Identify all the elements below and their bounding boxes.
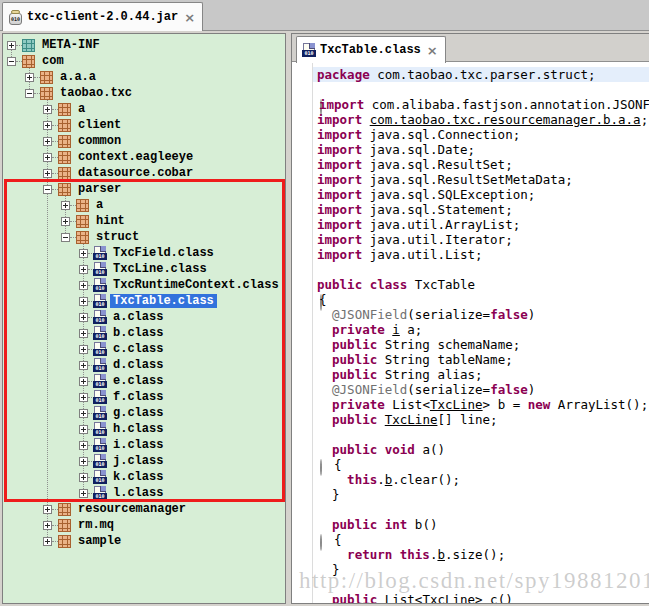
- code-link[interactable]: i: [392, 322, 400, 337]
- tree-row[interactable]: client: [4, 117, 284, 133]
- expand-plus-icon[interactable]: [43, 505, 52, 514]
- tree-row[interactable]: a.class: [4, 309, 284, 325]
- tree-row[interactable]: f.class: [4, 389, 284, 405]
- tree-row[interactable]: TxcRuntimeContext.class: [4, 277, 284, 293]
- tree-row[interactable]: a.a.a: [4, 69, 284, 85]
- tree-row[interactable]: e.class: [4, 373, 284, 389]
- tree-row[interactable]: parser: [4, 181, 284, 197]
- expand-plus-icon[interactable]: [79, 409, 88, 418]
- tree-row[interactable]: h.class: [4, 421, 284, 437]
- tree-row[interactable]: sample: [4, 533, 284, 549]
- tree-item-label[interactable]: a: [75, 102, 88, 116]
- tree-row[interactable]: datasource.cobar: [4, 165, 284, 181]
- tree-row[interactable]: struct: [4, 229, 284, 245]
- tree-row[interactable]: TxcField.class: [4, 245, 284, 261]
- expand-plus-icon[interactable]: [79, 441, 88, 450]
- expand-plus-icon[interactable]: [43, 153, 52, 162]
- tree-item-label[interactable]: com: [39, 54, 67, 68]
- expand-plus-icon[interactable]: [79, 249, 88, 258]
- tree-item-label[interactable]: common: [75, 134, 124, 148]
- expand-plus-icon[interactable]: [25, 73, 34, 82]
- tree-item-label[interactable]: l.class: [110, 486, 166, 500]
- expand-plus-icon[interactable]: [79, 457, 88, 466]
- expand-plus-icon[interactable]: [79, 281, 88, 290]
- expand-plus-icon[interactable]: [79, 425, 88, 434]
- expand-plus-icon[interactable]: [43, 169, 52, 178]
- collapse-minus-icon[interactable]: [61, 233, 70, 242]
- expand-plus-icon[interactable]: [79, 489, 88, 498]
- tree-item-label[interactable]: context.eagleeye: [75, 150, 196, 164]
- tree-item-label[interactable]: h.class: [110, 422, 166, 436]
- expand-plus-icon[interactable]: [79, 329, 88, 338]
- tree-row[interactable]: i.class: [4, 437, 284, 453]
- editor-tab[interactable]: TxcTable.class ×: [296, 36, 446, 63]
- tree-item-label[interactable]: TxcTable.class: [110, 294, 217, 308]
- tree-row[interactable]: resourcemanager: [4, 501, 284, 517]
- expand-plus-icon[interactable]: [79, 393, 88, 402]
- collapse-minus-icon[interactable]: [43, 185, 52, 194]
- tree-row[interactable]: TxcTable.class: [4, 293, 284, 309]
- tree-row[interactable]: d.class: [4, 357, 284, 373]
- collapse-minus-icon[interactable]: [25, 89, 34, 98]
- tree-item-label[interactable]: TxcRuntimeContext.class: [110, 278, 282, 292]
- tree-row[interactable]: a: [4, 101, 284, 117]
- tree-item-label[interactable]: j.class: [110, 454, 166, 468]
- expand-plus-icon[interactable]: [61, 217, 70, 226]
- tree-row[interactable]: META-INF: [4, 37, 284, 53]
- tree-item-label[interactable]: c.class: [110, 342, 166, 356]
- expand-plus-icon[interactable]: [43, 137, 52, 146]
- tree-item-label[interactable]: k.class: [110, 470, 166, 484]
- expand-plus-icon[interactable]: [7, 41, 16, 50]
- tree-item-label[interactable]: taobao.txc: [57, 86, 135, 100]
- code-link[interactable]: TxcLine: [430, 397, 483, 412]
- expand-plus-icon[interactable]: [43, 521, 52, 530]
- tree-row[interactable]: b.class: [4, 325, 284, 341]
- tree-row[interactable]: c.class: [4, 341, 284, 357]
- tree-item-label[interactable]: d.class: [110, 358, 166, 372]
- tree-row[interactable]: common: [4, 133, 284, 149]
- code-area[interactable]: package com.taobao.txc.parser.struct;imp…: [292, 62, 649, 603]
- tree-item-label[interactable]: a: [93, 198, 106, 212]
- jar-tab[interactable]: 010 txc-client-2.0.44.jar ×: [2, 2, 203, 31]
- expand-plus-icon[interactable]: [43, 537, 52, 546]
- expand-plus-icon[interactable]: [79, 361, 88, 370]
- tree-row[interactable]: hint: [4, 213, 284, 229]
- code-link[interactable]: b: [437, 547, 445, 562]
- expand-plus-icon[interactable]: [61, 201, 70, 210]
- close-icon[interactable]: ×: [183, 10, 196, 25]
- expand-plus-icon[interactable]: [79, 313, 88, 322]
- close-icon[interactable]: ×: [426, 43, 439, 58]
- tree-row[interactable]: a: [4, 197, 284, 213]
- expand-plus-icon[interactable]: [43, 121, 52, 130]
- tree-item-label[interactable]: a.class: [110, 310, 166, 324]
- tree-row[interactable]: taobao.txc: [4, 85, 284, 101]
- tree-item-label[interactable]: g.class: [110, 406, 166, 420]
- tree-item-label[interactable]: TxcField.class: [110, 246, 217, 260]
- tree-item-label[interactable]: f.class: [110, 390, 166, 404]
- tree-item-label[interactable]: parser: [75, 182, 124, 196]
- tree-row[interactable]: j.class: [4, 453, 284, 469]
- expand-plus-icon[interactable]: [79, 297, 88, 306]
- expand-plus-icon[interactable]: [43, 105, 52, 114]
- tree-row[interactable]: g.class: [4, 405, 284, 421]
- tree-item-label[interactable]: struct: [93, 230, 142, 244]
- collapse-minus-icon[interactable]: [7, 57, 16, 66]
- tree-item-label[interactable]: sample: [75, 534, 124, 548]
- tree-item-label[interactable]: resourcemanager: [75, 502, 189, 516]
- expand-plus-icon[interactable]: [79, 265, 88, 274]
- code-link[interactable]: com.taobao.txc.resourcemanager.b.a.a: [370, 112, 641, 127]
- tree-row[interactable]: context.eagleeye: [4, 149, 284, 165]
- tree-row[interactable]: rm.mq: [4, 517, 284, 533]
- expand-plus-icon[interactable]: [79, 377, 88, 386]
- tree-item-label[interactable]: i.class: [110, 438, 166, 452]
- expand-plus-icon[interactable]: [79, 473, 88, 482]
- tree-item-label[interactable]: hint: [93, 214, 128, 228]
- tree-row[interactable]: l.class: [4, 485, 284, 501]
- tree-item-label[interactable]: a.a.a: [57, 70, 99, 84]
- tree-item-label[interactable]: TxcLine.class: [110, 262, 210, 276]
- tree-item-label[interactable]: client: [75, 118, 124, 132]
- tree-item-label[interactable]: META-INF: [39, 38, 103, 52]
- tree-row[interactable]: k.class: [4, 469, 284, 485]
- tree-item-label[interactable]: b.class: [110, 326, 166, 340]
- code-link[interactable]: TxcLine: [422, 592, 475, 603]
